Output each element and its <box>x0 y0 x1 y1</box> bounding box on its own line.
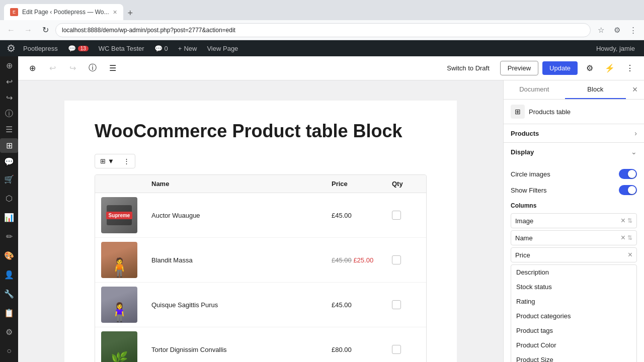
add-block-btn[interactable]: ⊕ <box>24 60 40 76</box>
woo-icon[interactable]: 🛒 <box>0 170 18 188</box>
option-product-categories[interactable]: Product categories <box>511 309 636 323</box>
option-rating[interactable]: Rating <box>511 294 636 309</box>
table-view-label: ▼ <box>108 157 114 165</box>
circle-icon[interactable]: ○ <box>0 342 18 360</box>
tab-favicon: E <box>10 8 18 16</box>
canvas-content: WooCommerce Product table Block ⊞ ▼ ⋮ <box>64 101 457 362</box>
product-price: £45.00 <box>326 208 386 223</box>
bookmark-btn[interactable]: ☆ <box>594 23 608 37</box>
show-filters-label: Show Filters <box>511 187 547 194</box>
circle-images-toggle[interactable] <box>619 169 637 179</box>
panel-body[interactable]: ⊞ Products table Products › Display <box>504 100 644 362</box>
drag-handle-image[interactable]: ⇅ <box>627 217 632 224</box>
wp-logo[interactable]: ⚙ <box>4 40 18 56</box>
column-tag-price[interactable]: Price × <box>511 247 637 262</box>
qty-checkbox[interactable] <box>392 300 401 309</box>
column-tag-image[interactable]: Image × ⇅ <box>511 213 637 228</box>
table-view-btn[interactable]: ⊞ ▼ <box>96 155 118 167</box>
list-view-icon[interactable]: ☰ <box>0 122 18 137</box>
option-product-size[interactable]: Product Size <box>511 352 636 362</box>
display-label: Display <box>511 148 534 156</box>
product-name: Blandit Massa <box>145 252 326 268</box>
active-tab[interactable]: E Edit Page ‹ Pootlepress — Wo... × <box>4 4 123 20</box>
qty-checkbox[interactable] <box>392 211 401 220</box>
qty-checkbox[interactable] <box>392 255 401 264</box>
people-icon[interactable]: 👤 <box>0 265 18 284</box>
pencil-icon[interactable]: ✏ <box>0 227 18 245</box>
option-product-tags[interactable]: Product tags <box>511 323 636 338</box>
remove-image-col[interactable]: × <box>621 217 625 225</box>
qty-checkbox[interactable] <box>392 345 401 354</box>
block-options-btn[interactable]: ⋮ <box>119 155 134 167</box>
list-view-btn[interactable]: ☰ <box>105 60 121 76</box>
blocks-icon[interactable]: ⬡ <box>0 189 18 207</box>
left-toolbar: ⊕ ↩ ↪ ⓘ ☰ ⊞ 💬 🛒 ⬡ 📊 ✏ 🎨 👤 🔧 📋 ⚙ ○ <box>0 56 18 362</box>
product-image: Supreme <box>101 197 137 233</box>
wp-admin-bar: ⚙ Pootlepress 💬 13 WC Beta Tester 💬 0 + … <box>0 40 644 56</box>
comments-item[interactable]: 💬 13 <box>63 40 94 56</box>
products-chevron: › <box>634 129 637 137</box>
block-toolbar: ⊞ ▼ ⋮ <box>95 154 135 168</box>
column-tag-name[interactable]: Name × ⇅ <box>511 230 637 245</box>
table-row: 🧍‍♀️ Quisque Sagittis Purus £45.00 <box>95 283 426 327</box>
tools-btn[interactable]: ⚡ <box>602 60 618 76</box>
back-button[interactable]: ← <box>4 23 18 37</box>
browser-chrome: E Edit Page ‹ Pootlepress — Wo... × + <box>0 0 644 20</box>
paint-icon[interactable]: 🎨 <box>0 246 18 264</box>
editor-canvas[interactable]: WooCommerce Product table Block ⊞ ▼ ⋮ <box>18 80 503 362</box>
extensions-btn[interactable]: ⚙ <box>610 23 624 37</box>
undo-btn[interactable]: ↩ <box>44 60 60 76</box>
site-name-item[interactable]: Pootlepress <box>18 40 63 56</box>
block-icon[interactable]: ⊞ <box>0 138 18 153</box>
drag-handle-name[interactable]: ⇅ <box>627 234 632 241</box>
redo-icon[interactable]: ↪ <box>0 90 18 105</box>
browser-actions: ☆ ⚙ ⋮ <box>594 23 640 37</box>
howdy-item[interactable]: Howdy, jamie <box>591 40 640 56</box>
settings-toggle-btn[interactable]: ⚙ <box>582 60 598 76</box>
products-section-header[interactable]: Products › <box>504 124 644 142</box>
qty-cell <box>386 207 426 224</box>
wp-icon[interactable]: ⊕ <box>0 58 18 73</box>
update-button[interactable]: Update <box>542 61 578 75</box>
remove-name-col[interactable]: × <box>621 234 625 242</box>
details-btn[interactable]: ⓘ <box>85 60 101 76</box>
show-filters-toggle[interactable] <box>619 185 637 195</box>
undo-icon[interactable]: ↩ <box>0 74 18 89</box>
new-item[interactable]: + New <box>173 40 202 56</box>
preview-button[interactable]: Preview <box>500 61 538 75</box>
panel-close-btn[interactable]: × <box>626 81 644 99</box>
display-section-content: Circle images Show Filters Columns <box>504 161 644 362</box>
view-page-item[interactable]: View Page <box>202 40 243 56</box>
table-icon[interactable]: 📋 <box>0 304 18 322</box>
info-icon[interactable]: ⓘ <box>0 106 18 121</box>
panel-tabs: Document Block × <box>504 80 644 100</box>
address-bar[interactable]: localhost:8888/demo/wp-admin/post.php?po… <box>55 23 591 37</box>
tab-block[interactable]: Block <box>565 80 626 99</box>
reload-button[interactable]: ↻ <box>38 23 52 37</box>
chart-icon[interactable]: 📊 <box>0 208 18 226</box>
comment-icon[interactable]: 💬 <box>0 154 18 169</box>
menu-btn[interactable]: ⋮ <box>626 23 640 37</box>
forward-button[interactable]: → <box>21 23 35 37</box>
option-description[interactable]: Description <box>511 265 636 280</box>
col-header-price: Price <box>326 175 386 193</box>
option-product-color[interactable]: Product Color <box>511 338 636 352</box>
show-filters-row: Show Filters <box>511 182 637 198</box>
editor-wrapper: ⊕ ↩ ↪ ⓘ ☰ Switch to Draft Preview Update… <box>18 56 644 362</box>
option-stock-status[interactable]: Stock status <box>511 280 636 294</box>
tab-close-btn[interactable]: × <box>113 8 117 16</box>
right-panel: Document Block × ⊞ Products table Produc… <box>503 80 644 362</box>
wc-beta-item[interactable]: WC Beta Tester <box>94 40 149 56</box>
display-section-header[interactable]: Display ⌄ <box>504 143 644 161</box>
table-icon-btn: ⊞ <box>100 157 106 165</box>
tab-document[interactable]: Document <box>504 80 565 99</box>
comments-item2[interactable]: 💬 0 <box>149 40 173 56</box>
settings-icon[interactable]: ⚙ <box>0 323 18 341</box>
supreme-label: Supreme <box>106 212 133 219</box>
more-options-btn[interactable]: ⋮ <box>622 60 638 76</box>
remove-price-col[interactable]: × <box>628 251 632 259</box>
tool-icon[interactable]: 🔧 <box>0 285 18 303</box>
redo-btn[interactable]: ↪ <box>64 60 80 76</box>
switch-draft-button[interactable]: Switch to Draft <box>440 61 496 75</box>
new-tab-button[interactable]: + <box>123 6 137 20</box>
